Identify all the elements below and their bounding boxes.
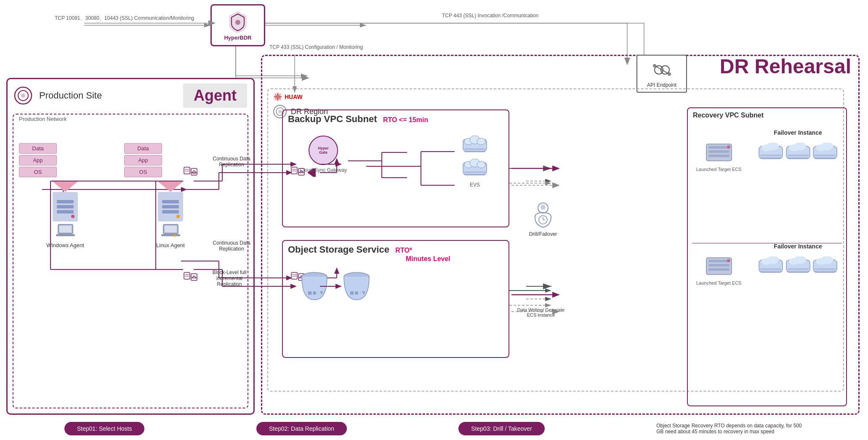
drill-failover-icon (532, 202, 555, 229)
svg-rect-125 (708, 268, 730, 271)
svg-rect-51 (191, 168, 197, 175)
svg-rect-104 (708, 150, 730, 153)
svg-rect-50 (185, 171, 189, 171)
main-container: TCP 10081、30080、10443 (SSL) Communicatio… (0, 0, 868, 440)
agent-badge: Agent (183, 83, 247, 108)
svg-point-100 (355, 291, 358, 295)
svg-marker-154 (545, 303, 551, 307)
linux-arrow-down (158, 181, 183, 192)
bucket-icon-1 (300, 270, 329, 304)
svg-rect-135 (788, 268, 809, 270)
svg-point-32 (235, 20, 240, 25)
svg-rect-116 (788, 157, 809, 159)
linux-device-icon (161, 224, 180, 238)
backup-vpc-box: Backup VPC Subnet RTO <= 15min Hyper Gat… (282, 109, 509, 227)
svg-point-87 (477, 161, 485, 168)
bucket-icon-2 (342, 270, 371, 304)
windows-device-icon (56, 224, 75, 238)
recovery-vpc-box: Recovery VPC Subnet Launched Target ECS … (687, 107, 847, 406)
launched-target-ecs-lower: Launched Target ECS (696, 256, 741, 285)
evs-cloud-icon-2 (462, 159, 487, 178)
svg-point-126 (727, 259, 730, 262)
failover-cloud-3 (812, 143, 838, 162)
drill-failover-area: Drill/Failover (524, 202, 562, 237)
failover-lower-cloud-1 (758, 256, 783, 275)
step1-badge: Step01: Select Hosts (64, 422, 145, 435)
svg-rect-53 (192, 173, 196, 174)
svg-rect-49 (185, 169, 189, 170)
svg-point-37 (668, 72, 671, 76)
linux-agent-area: Data App OS Linux Agent (124, 143, 217, 248)
failover-cloud-2 (785, 143, 811, 162)
linux-agent-label: Linux Agent (124, 242, 217, 248)
launched-ecs-upper-icon (704, 142, 734, 165)
windows-data-stack: Data App OS (19, 143, 112, 177)
svg-rect-110 (760, 155, 781, 156)
windows-arrow-down (53, 181, 78, 192)
svg-rect-99 (350, 291, 354, 295)
continuous-replication-label-1: Continuous Data Replication (210, 156, 253, 168)
production-site-icon (14, 86, 33, 105)
launched-ecs-lower-icon (704, 256, 734, 279)
svg-rect-103 (708, 146, 730, 149)
linux-os-block: OS (124, 167, 162, 177)
evs-cloud-icon-1 (462, 136, 487, 155)
svg-rect-121 (815, 157, 836, 159)
step3-badge: Step03: Drill / Takeover (458, 422, 544, 435)
svg-marker-150 (545, 181, 551, 185)
svg-rect-115 (788, 155, 809, 156)
tcp-label-1: TCP 10081、30080、10443 (SSL) Communicatio… (55, 15, 194, 22)
linux-data-block: Data (124, 143, 162, 154)
hyperbdr-shield-icon (227, 10, 248, 33)
svg-rect-46 (161, 234, 180, 236)
svg-marker-152 (545, 288, 551, 293)
svg-rect-42 (59, 226, 72, 232)
svg-point-40 (21, 93, 25, 98)
object-storage-box: Object Storage Service RTO* Minutes Leve… (282, 240, 509, 358)
tcp-label-3: TCP 443 (SSL) Invocation /Communication (442, 13, 538, 19)
api-endpoint-box: API Endpoint (636, 55, 687, 93)
data-icon-group-1 (183, 166, 198, 179)
backup-vpc-header: Backup VPC Subnet RTO <= 15min (283, 110, 509, 128)
launched-target-ecs-upper: Launched Target ECS (696, 142, 741, 172)
svg-rect-64 (191, 274, 197, 280)
svg-rect-95 (308, 291, 312, 295)
continuous-replication-label-2: Continuous Data Replication (210, 240, 253, 252)
svg-point-36 (653, 64, 656, 67)
block-level-label: Block-Level full incremental Replication (206, 269, 253, 287)
linux-data-stack: Data App OS (124, 143, 217, 177)
svg-rect-141 (815, 271, 836, 272)
production-site-header: Production Site Agent (8, 79, 253, 112)
svg-rect-131 (760, 271, 781, 272)
backup-vpc-connector (348, 140, 432, 190)
svg-rect-63 (185, 276, 189, 277)
cloud-sync-gateway-label: Cloud Sync Gateway (300, 167, 347, 173)
svg-point-47 (173, 234, 176, 237)
bucket-icons-area (300, 270, 371, 306)
recovery-vpc-title: Recovery VPC Subnet (688, 108, 846, 123)
svg-rect-140 (815, 268, 836, 270)
svg-rect-130 (760, 268, 781, 270)
evs-label: EVS (462, 182, 487, 188)
svg-rect-88 (464, 171, 485, 173)
hyperbdr-box: HyperBDR (210, 4, 265, 46)
linux-server-icon (158, 192, 183, 221)
svg-rect-105 (708, 155, 730, 157)
step-note: Object Storage Recovery RTO depends on d… (656, 423, 804, 435)
production-network-label: Production Network (19, 116, 67, 122)
svg-point-96 (313, 291, 316, 295)
hypergate-area: Hyper Gate Cloud Sync Gateway (300, 136, 347, 173)
svg-marker-65 (192, 276, 196, 278)
windows-app-block: App (19, 155, 57, 165)
step2-badge: Step02: Data Replication (256, 422, 347, 435)
failover-lower-cloud-2 (785, 256, 811, 275)
windows-data-block: Data (19, 143, 57, 154)
api-endpoint-icon (650, 59, 674, 80)
hypergate-icon: Hyper Gate (309, 136, 338, 165)
svg-rect-43 (56, 234, 75, 236)
failover-lower-cloud-3 (812, 256, 838, 275)
svg-point-81 (477, 138, 485, 145)
svg-point-106 (727, 145, 730, 149)
svg-rect-124 (708, 264, 730, 267)
data-icon-group-3 (183, 272, 198, 284)
